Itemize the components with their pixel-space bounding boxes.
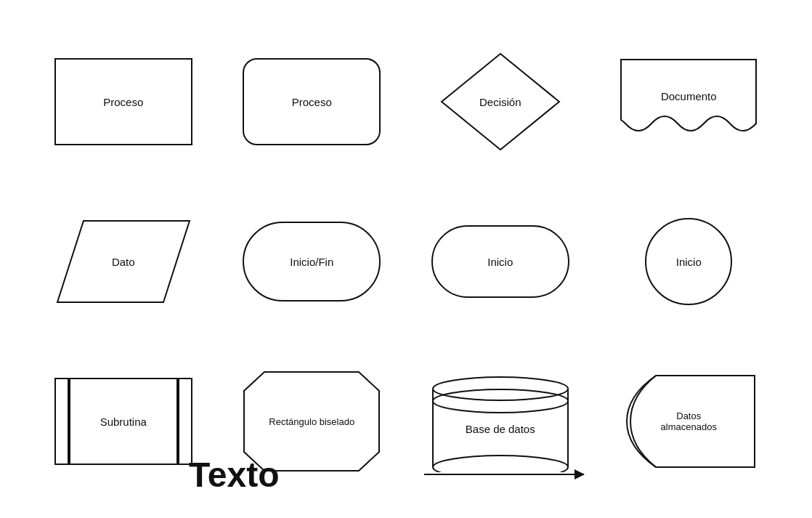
shapes-grid: Proceso Proceso Decisión Documento bbox=[0, 0, 812, 518]
shape-label-proceso-rect: Proceso bbox=[103, 96, 143, 108]
svg-marker-1 bbox=[57, 221, 190, 302]
cell-inicio-fin[interactable]: Inicio/Fin bbox=[218, 182, 407, 341]
shape-label-subrutina: Subrutina bbox=[100, 416, 147, 428]
bottom-row: Texto bbox=[0, 445, 812, 503]
shape-label-inicio-circle: Inicio bbox=[676, 256, 702, 268]
cell-proceso-rounded[interactable]: Proceso bbox=[218, 22, 407, 182]
shape-inicio-ellipse: Inicio bbox=[431, 225, 569, 298]
cell-inicio-ellipse[interactable]: Inicio bbox=[406, 182, 595, 341]
cell-inicio-circle[interactable]: Inicio bbox=[595, 182, 784, 341]
shape-proceso-rect: Proceso bbox=[54, 58, 192, 145]
shape-label-inicio-ellipse: Inicio bbox=[487, 256, 513, 268]
shape-decision: Decisión bbox=[439, 51, 562, 153]
shape-proceso-rounded: Proceso bbox=[243, 58, 381, 145]
shape-inicio-circle: Inicio bbox=[645, 218, 732, 305]
shape-label-proceso-rounded: Proceso bbox=[292, 96, 332, 108]
shape-inicio-fin: Inicio/Fin bbox=[243, 222, 381, 302]
cell-dato[interactable]: Dato bbox=[29, 182, 218, 341]
cell-proceso-rect[interactable]: Proceso bbox=[29, 22, 218, 182]
parallelogram-svg bbox=[54, 218, 192, 305]
arrow-line bbox=[424, 474, 584, 475]
arrow-wrap bbox=[424, 474, 584, 475]
shape-dato: Dato bbox=[54, 218, 192, 305]
shape-label-inicio-fin: Inicio/Fin bbox=[290, 256, 333, 268]
texto-label: Texto bbox=[189, 455, 279, 495]
shape-documento: Documento bbox=[620, 58, 758, 145]
diamond-svg bbox=[439, 51, 562, 153]
cell-documento[interactable]: Documento bbox=[595, 22, 784, 182]
document-svg bbox=[620, 58, 758, 145]
cell-decision[interactable]: Decisión bbox=[406, 22, 595, 182]
svg-marker-0 bbox=[442, 54, 559, 150]
